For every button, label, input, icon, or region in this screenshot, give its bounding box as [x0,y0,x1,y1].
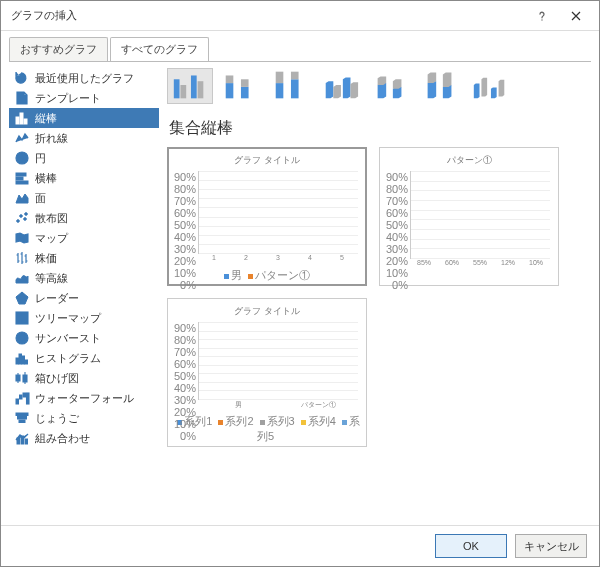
svg-rect-28 [174,79,180,98]
preview-3[interactable]: グラフ タイトル 90%80%70%60%50%40%30%20%10%0% 男… [167,298,367,447]
dialog-title: グラフの挿入 [7,8,525,23]
sidebar-item-boxwhisker[interactable]: 箱ひげ図 [9,368,159,388]
close-button[interactable] [559,2,593,30]
ok-button[interactable]: OK [435,534,507,558]
subtype-3d-column[interactable] [467,68,513,104]
subtype-stacked100-column[interactable] [267,68,313,104]
svg-rect-30 [191,75,197,98]
svg-rect-4 [16,173,26,176]
svg-rect-33 [226,75,234,83]
tab-recommended[interactable]: おすすめグラフ [9,37,108,61]
svg-rect-31 [198,81,204,98]
close-icon [571,11,581,21]
sidebar-item-sunburst[interactable]: サンバースト [9,328,159,348]
sidebar-item-label: 箱ひげ図 [33,371,157,386]
svg-rect-19 [20,395,23,399]
svg-rect-32 [226,83,234,98]
svg-point-10 [25,213,28,216]
y-axis-labels: 90%80%70%60%50%40%30%20%10%0% [174,171,196,254]
x-axis-labels: 男パターン① [198,400,358,412]
sidebar-item-bar[interactable]: 横棒 [9,168,159,188]
sidebar-item-treemap[interactable]: ツリーマップ [9,308,159,328]
svg-rect-36 [276,83,284,98]
svg-rect-21 [27,393,30,404]
preview-1[interactable]: グラフ タイトル 90%80%70%60%50%40%30%20%10%0% 1… [167,147,367,286]
sidebar-item-column[interactable]: 縦棒 [9,108,159,128]
plot-area [410,171,550,259]
svg-point-7 [17,220,20,223]
subtype-3d-stacked-column[interactable] [367,68,413,104]
cancel-button[interactable]: キャンセル [515,534,587,558]
legend: 男パターン① [174,268,360,283]
subtype-title: 集合縦棒 [169,118,591,139]
preview-chart: 90%80%70%60%50%40%30%20%10%0% 12345 [174,171,360,266]
sidebar-item-stock[interactable]: 株価 [9,248,159,268]
subtype-clustered-column[interactable] [167,68,213,104]
column-icon [11,109,33,127]
sidebar-item-label: 組み合わせ [33,431,157,446]
title-bar: グラフの挿入 [1,1,599,31]
subtype-3d-clustered-column[interactable] [317,68,363,104]
sidebar-item-label: テンプレート [33,91,157,106]
svg-rect-20 [23,393,26,397]
sidebar-item-label: 等高線 [33,271,157,286]
treemap-icon [11,309,33,327]
svg-rect-18 [16,399,19,404]
sidebar-item-label: じょうご [33,411,157,426]
help-button[interactable] [525,2,559,30]
svg-rect-24 [19,420,25,423]
radar-icon [11,289,33,307]
sidebar-item-funnel[interactable]: じょうご [9,408,159,428]
svg-rect-34 [241,87,249,98]
histogram-icon [11,349,33,367]
sidebar-item-scatter[interactable]: 散布図 [9,208,159,228]
sidebar-item-histogram[interactable]: ヒストグラム [9,348,159,368]
y-axis-labels: 90%80%70%60%50%40%30%20%10%0% [386,171,408,259]
legend: 系列1系列2系列3系列4系列5 [174,414,360,444]
preview-title: グラフ タイトル [174,154,360,167]
sidebar-item-template[interactable]: テンプレート [9,88,159,108]
sidebar-item-recent[interactable]: 最近使用したグラフ [9,68,159,88]
preview-grid: グラフ タイトル 90%80%70%60%50%40%30%20%10%0% 1… [167,147,591,447]
boxwhisker-icon [11,369,33,387]
svg-rect-15 [19,354,22,364]
sidebar-item-map[interactable]: マップ [9,228,159,248]
stacked-column-3d-icon [370,69,410,101]
sidebar-item-radar[interactable]: レーダー [9,288,159,308]
preview-title: グラフ タイトル [174,305,360,318]
waterfall-icon [11,389,33,407]
subtype-stacked-column[interactable] [217,68,263,104]
preview-chart: 90%80%70%60%50%40%30%20%10%0% 85%60%55%1… [386,171,552,271]
preview-2[interactable]: パターン① 90%80%70%60%50%40%30%20%10%0% 85%6… [379,147,559,286]
preview-title: パターン① [386,154,552,167]
sidebar-item-label: 円 [33,151,157,166]
x-axis-labels: 85%60%55%12%10% [410,259,550,271]
svg-rect-6 [16,181,28,184]
svg-rect-35 [241,79,249,87]
svg-rect-22 [16,413,28,416]
subtype-row [167,68,591,104]
svg-rect-29 [180,85,186,98]
clustered-column-icon [170,69,210,101]
svg-rect-2 [24,119,27,124]
subtype-3d-stacked100-column[interactable] [417,68,463,104]
sidebar-item-line[interactable]: 折れ線 [9,128,159,148]
sidebar-item-waterfall[interactable]: ウォーターフォール [9,388,159,408]
tab-all[interactable]: すべてのグラフ [110,37,209,61]
sidebar-item-combo[interactable]: 組み合わせ [9,428,159,448]
template-icon [11,89,33,107]
sidebar-item-area[interactable]: 面 [9,188,159,208]
pie-icon [11,149,33,167]
sidebar-item-pie[interactable]: 円 [9,148,159,168]
sidebar-item-surface[interactable]: 等高線 [9,268,159,288]
dialog-body: 最近使用したグラフ テンプレート 縦棒 折れ線 円 横棒 面 散布図 [1,62,599,525]
sunburst-icon [11,329,33,347]
svg-rect-37 [276,72,284,83]
sidebar-item-label: 散布図 [33,211,157,226]
sidebar-item-label: 面 [33,191,157,206]
funnel-icon [11,409,33,427]
svg-rect-17 [25,360,28,364]
sidebar-item-label: サンバースト [33,331,157,346]
sidebar-item-label: 株価 [33,251,157,266]
line-icon [11,129,33,147]
